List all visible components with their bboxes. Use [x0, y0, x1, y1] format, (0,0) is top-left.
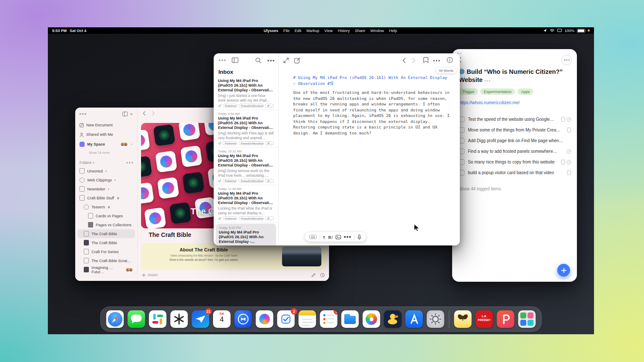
todo-item[interactable]: Find a way to add frosted panels somewhe…	[459, 146, 571, 157]
menu-view[interactable]: View	[324, 29, 332, 33]
dock-p-app-icon[interactable]	[497, 310, 515, 328]
history-clock-icon[interactable]	[320, 273, 325, 277]
sidebar-folder-cards-vs-pages[interactable]: Cards vs Pages	[75, 211, 137, 220]
menu-history[interactable]: History	[338, 29, 350, 33]
pencil-icon[interactable]	[311, 273, 316, 277]
sheet-list-item[interactable]: Today, 10:31 AM Using My M4 iPad Pro (iP…	[214, 148, 278, 185]
menu-file[interactable]: File	[283, 29, 290, 33]
add-button[interactable]	[557, 264, 570, 277]
insert-label[interactable]: Insert	[148, 273, 158, 277]
page-title[interactable]: The Craft Bible	[149, 231, 191, 238]
window-controls-icon[interactable]	[79, 113, 86, 115]
menu-help[interactable]: Help	[389, 29, 397, 33]
menu-markup[interactable]: Markup	[306, 29, 319, 33]
dock-files-icon[interactable]	[341, 310, 359, 328]
sheet-list-item-selected[interactable]: Today, 5:02 PM Using My M4 iPad Pro (iPa…	[216, 224, 276, 245]
show-logged-items-link[interactable]: Show 44 logged items	[459, 187, 501, 191]
chevron-down-icon[interactable]	[130, 113, 133, 115]
editor-text[interactable]: # Using My M4 iPad Pro (iPadOS 26.1b1) W…	[293, 75, 450, 136]
image-attach-icon[interactable]	[335, 235, 341, 239]
dock-app-folder-icon[interactable]	[518, 310, 536, 328]
menu-share[interactable]: Share	[355, 29, 365, 33]
todo-item[interactable]: Add Digg profil page link on Find Me pag…	[459, 135, 571, 146]
forward-icon[interactable]	[152, 111, 155, 116]
sidebar-folder-imagining[interactable]: Imagining … Futur…	[75, 265, 137, 274]
dock-mail-icon[interactable]: 21	[192, 310, 209, 328]
dock-duck-app-icon[interactable]	[384, 310, 402, 328]
dock-things-icon[interactable]: 2	[277, 310, 295, 328]
dock-butterfly-app-icon[interactable]	[454, 310, 472, 328]
dock-ulysses-icon[interactable]	[235, 310, 252, 328]
sidebar-folder-craft-bible-stuff[interactable]: Craft Bible Stuff∨	[75, 193, 137, 202]
sidebar-folder-newsletter[interactable]: Newsletter›	[75, 184, 137, 193]
editor-more-icon[interactable]	[433, 60, 440, 61]
dock-notes-icon[interactable]	[299, 310, 316, 328]
dock-lapresse-icon[interactable]: LAPRESSE+	[476, 310, 493, 328]
sheet-list-item[interactable]: Using My M4 iPad Pro (iPadOS 26.1b1) Wit…	[214, 77, 278, 110]
list-more-icon[interactable]	[268, 60, 274, 61]
window-controls-icon[interactable]	[457, 53, 462, 54]
back-icon[interactable]	[402, 58, 406, 63]
word-count-badge[interactable]: 94 Words	[436, 67, 456, 73]
ulysses-editor[interactable]: 94 Words # Using My M4 iPad Pro (iPadOS …	[279, 53, 460, 245]
website-link[interactable]: https://whois.numericcitizen.me/	[459, 100, 520, 105]
forward-icon[interactable]	[412, 58, 416, 63]
todo-item[interactable]: build a popup visitor card based on that…	[459, 167, 571, 178]
about-thumbnail-image[interactable]	[282, 247, 321, 266]
todo-item[interactable]: So many nice things to copy from this we…	[459, 157, 571, 167]
info-icon[interactable]	[447, 57, 453, 63]
back-icon[interactable]	[143, 111, 146, 116]
dock-chatgpt-icon[interactable]	[171, 310, 188, 328]
dock-settings-icon[interactable]	[427, 310, 444, 328]
more-options-icon[interactable]	[562, 55, 572, 65]
window-controls-icon[interactable]	[219, 59, 226, 61]
paragraph-style-button[interactable]: ¶	[323, 235, 325, 239]
keyboard-language-button[interactable]: EN	[309, 235, 317, 239]
sheet-list-item[interactable]: Today, 9:54 AM Using My M4 iPad Pro (iPa…	[214, 110, 278, 148]
sidebar-folder-pages-vs-collections[interactable]: Pages vs Collections	[75, 220, 137, 229]
dock-reminders-icon[interactable]: 5	[320, 310, 338, 328]
sidebar-item-my-space[interactable]: My Space	[75, 139, 137, 149]
dock-photos-icon[interactable]	[363, 310, 380, 328]
more-format-icon[interactable]	[344, 236, 351, 238]
menu-app-name[interactable]: Ulysses	[264, 29, 278, 33]
plus-icon[interactable]	[142, 273, 146, 277]
tag-pill[interactable]: Experimentation	[480, 88, 515, 95]
dictation-mic-icon[interactable]	[357, 234, 362, 240]
folders-header[interactable]: Folders	[75, 159, 137, 166]
fullscreen-icon[interactable]	[283, 57, 289, 64]
heading-text[interactable]: # Using My M4 iPad Pro (iPadOS 26.1b1) W…	[293, 75, 447, 86]
sidebar-item-new-document[interactable]: New Document	[75, 120, 137, 130]
search-icon[interactable]	[255, 57, 262, 64]
sidebar-folder-the-craft-bible[interactable]: The Craft Bible	[75, 238, 137, 247]
sidebar-item-shared-with-me[interactable]: Shared with Me	[75, 130, 137, 139]
menu-edit[interactable]: Edit	[295, 29, 302, 33]
dock-slack-icon[interactable]	[149, 310, 167, 328]
show-more-label[interactable]: Show 16 more	[75, 149, 137, 155]
dock-safari-icon[interactable]	[106, 310, 124, 328]
bookmark-icon[interactable]	[423, 57, 429, 63]
more-icon[interactable]	[126, 162, 133, 163]
tag-pill[interactable]: Trigger	[459, 88, 478, 95]
template-icon[interactable]	[122, 111, 128, 117]
sidebar-folder-craft-bible-scratch[interactable]: The Craft Bible Scrat…	[75, 256, 137, 265]
about-section-card[interactable]: About The Craft Bible Video showcasing t…	[141, 243, 326, 270]
dock-app-store-icon[interactable]	[406, 310, 423, 328]
dock-craft-icon[interactable]	[256, 310, 273, 328]
sidebar-folder-the-craft-bible-selected[interactable]: The Craft Bible	[77, 229, 135, 238]
sidebar-folder-unsorted[interactable]: Unsorted›	[75, 166, 137, 175]
compose-icon[interactable]	[294, 57, 300, 64]
bold-italic-button[interactable]: BI	[328, 235, 333, 239]
title-more-icon[interactable]	[485, 80, 490, 82]
sidebar-folder-craft-for-series[interactable]: Craft For Series	[75, 247, 137, 256]
menu-window[interactable]: Window	[370, 29, 384, 33]
body-paragraph[interactable]: One of the most frustrating and hard-to-…	[293, 90, 450, 136]
sidebar-folder-teasers[interactable]: Teasers∨	[75, 202, 137, 211]
todo-item[interactable]: Move some of the things from My Private …	[459, 125, 571, 135]
sidebar-folder-web-clippings[interactable]: Web Clippings›	[75, 175, 137, 184]
dock-calendar-icon[interactable]: Sat4	[213, 310, 231, 328]
task-title[interactable]: Build “Who is Numeric Citizen?” Website	[459, 68, 565, 84]
dock-messages-icon[interactable]	[128, 310, 145, 328]
todo-item[interactable]: Test the speed of the website using Goog…	[459, 114, 571, 125]
tag-pill[interactable]: Apps	[518, 88, 533, 95]
